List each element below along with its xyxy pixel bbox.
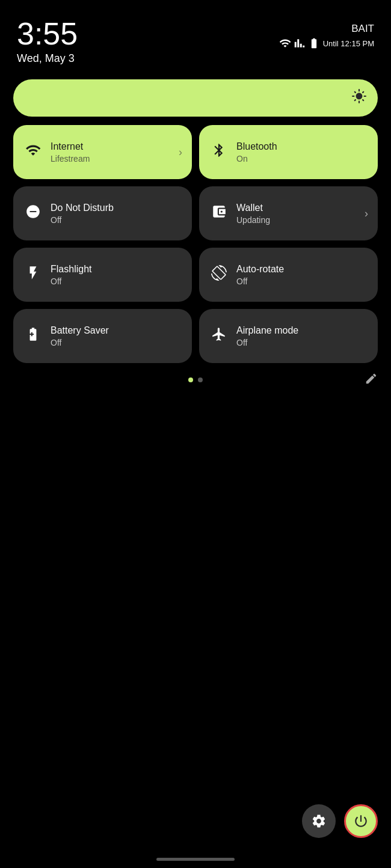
bluetooth-tile-text: Bluetooth On (236, 141, 277, 164)
battery-saver-subtitle: Off (51, 338, 109, 347)
do-not-disturb-tile[interactable]: Do Not Disturb Off (13, 186, 192, 240)
wallet-icon (210, 204, 228, 223)
wallet-tile[interactable]: Wallet Updating › (199, 186, 378, 240)
bluetooth-tile[interactable]: Bluetooth On (199, 125, 378, 179)
page-dot-2[interactable] (198, 377, 203, 382)
airplane-mode-title: Airplane mode (236, 325, 298, 337)
status-right: BAIT Until 12:15 PM (279, 17, 374, 49)
date: Wed, May 3 (17, 52, 78, 65)
until-text: Until 12:15 PM (323, 39, 374, 48)
auto-rotate-subtitle: Off (236, 277, 284, 286)
airplane-mode-icon (210, 326, 228, 346)
settings-button[interactable] (302, 804, 336, 838)
wallet-chevron: › (365, 207, 368, 220)
do-not-disturb-icon (24, 204, 42, 223)
auto-rotate-title: Auto-rotate (236, 263, 284, 276)
wifi-icon (279, 37, 291, 49)
wallet-subtitle: Updating (236, 215, 270, 225)
do-not-disturb-tile-text: Do Not Disturb Off (51, 202, 114, 225)
internet-tile[interactable]: Internet Lifestream › (13, 125, 192, 179)
internet-tile-subtitle: Lifestream (51, 154, 90, 164)
do-not-disturb-subtitle: Off (51, 215, 114, 225)
flashlight-tile-text: Flashlight Off (51, 263, 91, 286)
battery-saver-tile-text: Battery Saver Off (51, 325, 109, 347)
page-dot-1[interactable] (188, 377, 193, 382)
internet-tile-title: Internet (51, 141, 90, 153)
internet-tile-text: Internet Lifestream (51, 141, 90, 164)
battery-saver-title: Battery Saver (51, 325, 109, 337)
home-indicator (156, 858, 235, 861)
flashlight-icon (24, 265, 42, 284)
auto-rotate-tile-text: Auto-rotate Off (236, 263, 284, 286)
clock: 3:55 (17, 17, 78, 51)
battery-icon (308, 37, 320, 49)
tiles-grid: Internet Lifestream › Bluetooth On Do No… (13, 125, 378, 363)
do-not-disturb-title: Do Not Disturb (51, 202, 114, 215)
edit-button[interactable] (365, 372, 378, 388)
airplane-mode-tile-text: Airplane mode Off (236, 325, 298, 347)
network-name: BAIT (351, 23, 374, 35)
flashlight-subtitle: Off (51, 277, 91, 286)
status-bar: 3:55 Wed, May 3 BAIT Until 12:15 PM (0, 0, 391, 70)
page-indicators (0, 377, 391, 382)
auto-rotate-icon (210, 265, 228, 284)
airplane-mode-subtitle: Off (236, 338, 298, 347)
bluetooth-icon (210, 142, 228, 162)
brightness-icon (351, 88, 367, 108)
auto-rotate-tile[interactable]: Auto-rotate Off (199, 248, 378, 302)
signal-icon (294, 38, 305, 49)
wallet-tile-text: Wallet Updating (236, 202, 270, 225)
bluetooth-tile-title: Bluetooth (236, 141, 277, 153)
flashlight-tile[interactable]: Flashlight Off (13, 248, 192, 302)
status-icons: Until 12:15 PM (279, 37, 374, 49)
status-left: 3:55 Wed, May 3 (17, 17, 78, 65)
wallet-title: Wallet (236, 202, 270, 215)
brightness-bar[interactable] (13, 79, 378, 117)
internet-chevron: › (179, 146, 182, 159)
power-button[interactable] (344, 804, 378, 838)
internet-icon (24, 142, 42, 162)
battery-saver-icon (24, 326, 42, 346)
airplane-mode-tile[interactable]: Airplane mode Off (199, 309, 378, 363)
bluetooth-tile-subtitle: On (236, 154, 277, 164)
battery-saver-tile[interactable]: Battery Saver Off (13, 309, 192, 363)
bottom-buttons (302, 804, 378, 838)
flashlight-title: Flashlight (51, 263, 91, 276)
